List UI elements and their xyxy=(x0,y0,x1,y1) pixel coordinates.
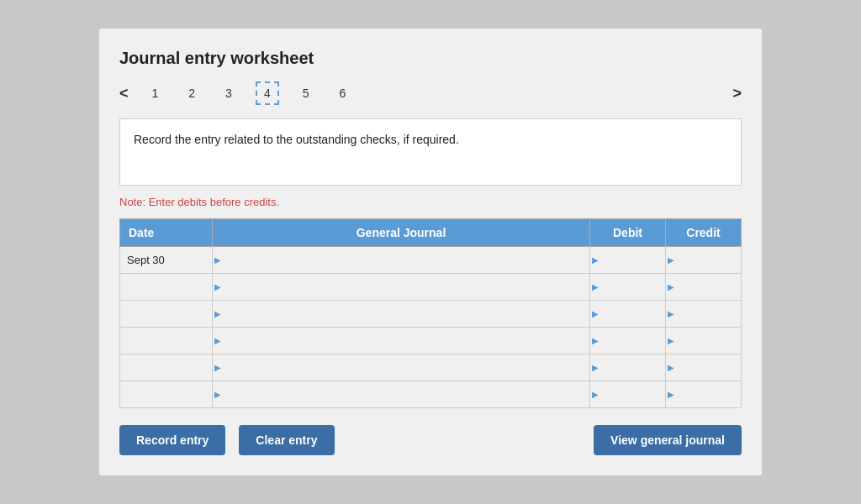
cell-date-5[interactable] xyxy=(120,381,213,408)
tab-navigation: < 1 2 3 4 5 6 > xyxy=(119,81,742,105)
view-general-journal-button[interactable]: View general journal xyxy=(594,425,742,455)
input-date-1[interactable] xyxy=(120,274,212,300)
input-debit-0[interactable] xyxy=(599,247,665,273)
cell-journal-0[interactable] xyxy=(213,247,590,274)
input-journal-5[interactable] xyxy=(221,381,589,407)
input-credit-5[interactable] xyxy=(674,381,741,407)
input-journal-1[interactable] xyxy=(221,274,589,300)
input-date-5[interactable] xyxy=(120,381,212,407)
table-row xyxy=(120,381,742,408)
cell-journal-3[interactable] xyxy=(213,328,590,354)
cell-date-4[interactable] xyxy=(120,354,213,381)
cell-debit-5[interactable] xyxy=(590,381,666,408)
input-debit-3[interactable] xyxy=(599,328,665,354)
cell-journal-1[interactable] xyxy=(213,274,590,301)
record-entry-button[interactable]: Record entry xyxy=(119,425,225,455)
tab-4[interactable]: 4 xyxy=(256,81,279,105)
input-credit-3[interactable] xyxy=(674,328,741,354)
tab-1[interactable]: 1 xyxy=(145,83,166,103)
button-row: Record entry Clear entry View general jo… xyxy=(119,425,742,455)
input-credit-1[interactable] xyxy=(674,274,741,300)
input-credit-2[interactable] xyxy=(674,301,741,327)
tab-5[interactable]: 5 xyxy=(296,83,316,103)
cell-credit-2[interactable] xyxy=(666,301,742,328)
input-debit-4[interactable] xyxy=(599,354,665,381)
input-credit-4[interactable] xyxy=(674,354,741,381)
cell-journal-5[interactable] xyxy=(213,381,590,408)
cell-debit-3[interactable] xyxy=(590,328,666,354)
cell-debit-4[interactable] xyxy=(590,354,666,381)
cell-journal-2[interactable] xyxy=(213,301,590,328)
cell-date-1[interactable] xyxy=(120,274,213,301)
note-text: Note: Enter debits before credits. xyxy=(119,196,742,208)
input-journal-0[interactable] xyxy=(221,247,589,273)
worksheet-title: Journal entry worksheet xyxy=(119,49,742,68)
cell-journal-4[interactable] xyxy=(213,354,590,381)
cell-credit-1[interactable] xyxy=(666,274,742,301)
input-credit-0[interactable] xyxy=(674,247,741,273)
journal-table: Date General Journal Debit Credit xyxy=(119,218,742,408)
input-debit-2[interactable] xyxy=(599,301,665,327)
cell-date-2[interactable] xyxy=(120,301,213,328)
tab-2[interactable]: 2 xyxy=(182,83,202,103)
col-header-credit: Credit xyxy=(666,219,742,247)
clear-entry-button[interactable]: Clear entry xyxy=(239,425,334,455)
cell-debit-1[interactable] xyxy=(590,274,666,301)
cell-credit-0[interactable] xyxy=(666,247,742,274)
tab-3[interactable]: 3 xyxy=(219,83,239,103)
next-arrow[interactable]: > xyxy=(732,85,742,102)
col-header-journal: General Journal xyxy=(213,219,590,247)
instruction-text: Record the entry related to the outstand… xyxy=(134,133,459,146)
tab-6[interactable]: 6 xyxy=(333,83,353,103)
cell-credit-5[interactable] xyxy=(666,381,742,408)
input-journal-4[interactable] xyxy=(221,354,589,381)
cell-debit-0[interactable] xyxy=(590,247,666,274)
col-header-date: Date xyxy=(120,219,213,247)
input-date-2[interactable] xyxy=(120,301,212,327)
input-debit-5[interactable] xyxy=(599,381,665,407)
input-journal-3[interactable] xyxy=(221,328,589,354)
table-row xyxy=(120,247,742,274)
input-date-0[interactable] xyxy=(120,247,212,273)
input-debit-1[interactable] xyxy=(599,274,665,300)
table-row xyxy=(120,301,742,328)
cell-debit-2[interactable] xyxy=(590,301,666,328)
cell-credit-4[interactable] xyxy=(666,354,742,381)
input-date-4[interactable] xyxy=(120,354,212,381)
cell-date-3[interactable] xyxy=(120,328,213,354)
instruction-box: Record the entry related to the outstand… xyxy=(119,118,742,186)
table-row xyxy=(120,274,742,301)
table-row xyxy=(120,328,742,354)
table-row xyxy=(120,354,742,381)
prev-arrow[interactable]: < xyxy=(119,85,129,102)
col-header-debit: Debit xyxy=(590,219,666,247)
cell-date-0[interactable] xyxy=(120,247,213,274)
input-journal-2[interactable] xyxy=(221,301,589,327)
input-date-3[interactable] xyxy=(120,328,212,354)
cell-credit-3[interactable] xyxy=(666,328,742,354)
journal-worksheet: Journal entry worksheet < 1 2 3 4 5 6 > … xyxy=(98,28,763,476)
